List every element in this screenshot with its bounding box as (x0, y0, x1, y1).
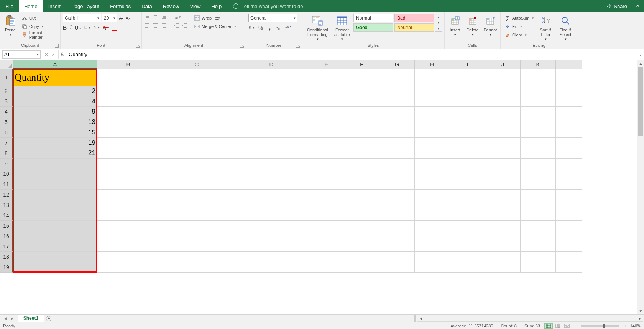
cell-D16[interactable] (234, 231, 309, 241)
cell-G11[interactable] (380, 179, 415, 190)
cell-J13[interactable] (485, 200, 521, 210)
sheet-tab-1[interactable]: Sheet1 (18, 315, 44, 322)
tab-split-handle[interactable] (414, 315, 416, 322)
conditional-formatting-button[interactable]: Conditional Formatting▾ (304, 14, 331, 42)
cell-A5[interactable]: 13 (13, 117, 97, 127)
row-header-17[interactable]: 17 (0, 241, 13, 252)
cell-L19[interactable] (556, 262, 582, 273)
cell-C10[interactable] (159, 169, 234, 179)
row-header-12[interactable]: 12 (0, 190, 13, 200)
cell-H5[interactable] (415, 117, 450, 127)
alignment-launcher-icon[interactable] (240, 44, 244, 48)
cell-A7[interactable]: 19 (13, 138, 97, 148)
cell-H16[interactable] (415, 231, 450, 241)
cell-J8[interactable] (485, 148, 521, 159)
cell-H12[interactable] (415, 190, 450, 200)
cell-B15[interactable] (97, 221, 159, 231)
cell-F19[interactable] (344, 262, 380, 273)
insert-cells-button[interactable]: Insert▾ (447, 14, 463, 38)
cell-K17[interactable] (521, 241, 556, 252)
row-header-16[interactable]: 16 (0, 231, 13, 241)
grow-font-icon[interactable]: A▴ (118, 15, 124, 21)
cell-D5[interactable] (234, 117, 309, 127)
style-gallery-more[interactable]: ▴▾▾ (435, 14, 442, 32)
cell-F3[interactable] (344, 96, 380, 107)
cell-D13[interactable] (234, 200, 309, 210)
cell-E14[interactable] (309, 210, 344, 221)
cell-J3[interactable] (485, 96, 521, 107)
cell-B8[interactable] (97, 148, 159, 159)
increase-decimal-icon[interactable]: .0.00 (276, 25, 282, 31)
row-header-4[interactable]: 4 (0, 107, 13, 117)
cell-J16[interactable] (485, 231, 521, 241)
number-format-combo[interactable]: General▾ (248, 14, 297, 22)
cell-F1[interactable] (344, 69, 380, 86)
cell-L10[interactable] (556, 169, 582, 179)
col-header-J[interactable]: J (485, 60, 521, 69)
cell-H7[interactable] (415, 138, 450, 148)
cell-L13[interactable] (556, 200, 582, 210)
cell-K14[interactable] (521, 210, 556, 221)
cell-G8[interactable] (380, 148, 415, 159)
col-header-D[interactable]: D (234, 60, 309, 69)
horizontal-scrollbar[interactable]: ◀ ▶ (417, 316, 643, 322)
cell-D2[interactable] (234, 86, 309, 96)
row-header-1[interactable]: 1 (0, 69, 13, 86)
row-header-7[interactable]: 7 (0, 138, 13, 148)
cell-D18[interactable] (234, 252, 309, 262)
align-bottom-icon[interactable] (161, 14, 167, 20)
col-header-F[interactable]: F (344, 60, 380, 69)
view-normal-icon[interactable] (544, 323, 553, 329)
menu-tab-formulas[interactable]: Formulas (105, 0, 136, 12)
cell-K1[interactable] (521, 69, 556, 86)
cell-E9[interactable] (309, 159, 344, 169)
cell-D4[interactable] (234, 107, 309, 117)
cell-H1[interactable] (415, 69, 450, 86)
cell-J5[interactable] (485, 117, 521, 127)
col-header-K[interactable]: K (521, 60, 556, 69)
zoom-slider[interactable] (581, 325, 619, 327)
cell-D15[interactable] (234, 221, 309, 231)
menu-tab-view[interactable]: View (184, 0, 206, 12)
cell-A15[interactable] (13, 221, 97, 231)
cell-B1[interactable] (97, 69, 159, 86)
col-header-L[interactable]: L (556, 60, 582, 69)
merge-center-button[interactable]: Merge & Center (192, 22, 238, 31)
paste-button[interactable]: Paste ▾ (2, 14, 18, 38)
vscroll-thumb[interactable] (638, 67, 643, 136)
sheet-nav[interactable]: ◄► (0, 316, 18, 321)
cell-J9[interactable] (485, 159, 521, 169)
cell-A13[interactable] (13, 200, 97, 210)
cell-L12[interactable] (556, 190, 582, 200)
cell-B14[interactable] (97, 210, 159, 221)
cell-B2[interactable] (97, 86, 159, 96)
cell-D8[interactable] (234, 148, 309, 159)
cell-H3[interactable] (415, 96, 450, 107)
cell-H19[interactable] (415, 262, 450, 273)
cell-L11[interactable] (556, 179, 582, 190)
cell-I15[interactable] (450, 221, 485, 231)
cell-H6[interactable] (415, 127, 450, 138)
cell-F4[interactable] (344, 107, 380, 117)
cell-H18[interactable] (415, 252, 450, 262)
cell-K19[interactable] (521, 262, 556, 273)
cell-G4[interactable] (380, 107, 415, 117)
cell-J1[interactable] (485, 69, 521, 86)
cell-L5[interactable] (556, 117, 582, 127)
cell-C7[interactable] (159, 138, 234, 148)
cell-L4[interactable] (556, 107, 582, 117)
align-top-icon[interactable] (144, 14, 150, 20)
cell-D19[interactable] (234, 262, 309, 273)
cell-I5[interactable] (450, 117, 485, 127)
cell-I12[interactable] (450, 190, 485, 200)
cell-F6[interactable] (344, 127, 380, 138)
cell-I17[interactable] (450, 241, 485, 252)
row-header-13[interactable]: 13 (0, 200, 13, 210)
cancel-formula-icon[interactable]: ✕ (44, 52, 48, 57)
cell-K8[interactable] (521, 148, 556, 159)
cell-D1[interactable] (234, 69, 309, 86)
view-page-break-icon[interactable] (563, 323, 571, 329)
cell-E12[interactable] (309, 190, 344, 200)
comma-format-icon[interactable]: , (267, 25, 273, 31)
align-center-icon[interactable] (153, 22, 159, 28)
